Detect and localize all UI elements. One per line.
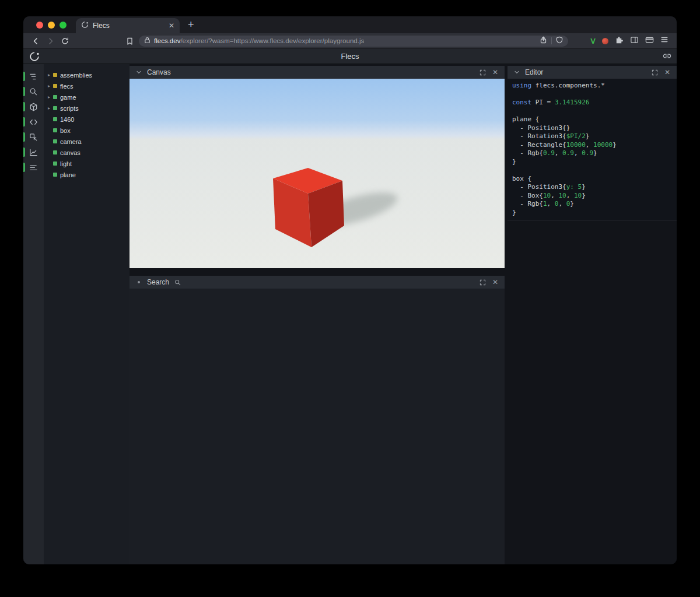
search-panel-header: Search ✕ xyxy=(130,276,505,289)
chart-icon xyxy=(29,148,38,157)
entity-tree-rail-button[interactable] xyxy=(23,69,44,84)
inspect-rail-button[interactable] xyxy=(23,129,44,145)
tree-item-game[interactable]: ▸game xyxy=(44,92,130,103)
url-bar-actions xyxy=(540,36,563,46)
expand-arrow-icon[interactable]: ▸ xyxy=(48,106,53,111)
app-header: Flecs xyxy=(23,49,677,64)
3d-viewport[interactable] xyxy=(130,79,505,268)
entity-tree-list: ▸assemblies▸flecs▸game▸scripts1460boxcam… xyxy=(44,64,130,564)
extensions-puzzle-icon[interactable] xyxy=(615,36,624,47)
expand-arrow-icon[interactable]: ▸ xyxy=(48,72,53,78)
inspect-icon xyxy=(29,133,38,142)
entity-tree-icon xyxy=(29,72,38,81)
entity-label: light xyxy=(60,160,72,167)
tree-item-box[interactable]: box xyxy=(44,125,130,136)
panel-title: Canvas xyxy=(147,68,171,76)
search-icon xyxy=(173,278,182,287)
close-icon[interactable]: ✕ xyxy=(491,278,500,287)
code-line: plane { xyxy=(512,115,672,124)
entity-color-square xyxy=(53,84,57,88)
code-line: - Box{10, 10, 10} xyxy=(512,192,672,201)
entity-color-square xyxy=(53,161,57,166)
entities-rail-button[interactable] xyxy=(23,99,44,114)
fullscreen-icon[interactable] xyxy=(650,68,659,77)
expand-arrow-icon[interactable]: ▸ xyxy=(48,83,53,89)
entity-label: 1460 xyxy=(60,116,74,123)
panel-title: Search xyxy=(147,278,169,286)
close-icon[interactable]: ✕ xyxy=(491,68,500,77)
active-indicator xyxy=(23,102,25,111)
code-line xyxy=(512,90,672,99)
entity-label: plane xyxy=(60,171,76,178)
tree-item-assemblies[interactable]: ▸assemblies xyxy=(44,69,130,80)
address-bar[interactable]: flecs.dev/explorer/?wasm=https://www.fle… xyxy=(139,36,568,47)
search-rail-button[interactable] xyxy=(23,84,44,99)
chevron-down-icon[interactable] xyxy=(134,68,144,77)
bookmark-icon[interactable] xyxy=(123,35,136,47)
url-text: flecs.dev/explorer/?wasm=https://www.fle… xyxy=(154,37,364,44)
tree-item-camera[interactable]: camera xyxy=(44,136,130,147)
code-rail-button[interactable] xyxy=(23,114,44,129)
lock-icon xyxy=(144,36,150,46)
v-extension-icon[interactable]: V xyxy=(590,37,596,45)
back-button[interactable] xyxy=(29,35,43,47)
active-indicator xyxy=(23,87,25,96)
share-link-icon[interactable] xyxy=(663,52,671,63)
wallet-icon[interactable] xyxy=(645,36,654,47)
extension-dot-icon[interactable] xyxy=(602,38,608,44)
active-indicator xyxy=(23,148,25,157)
sidebar-toggle-icon[interactable] xyxy=(630,36,639,47)
entity-color-square xyxy=(53,73,57,77)
entity-color-square xyxy=(53,150,57,154)
editor-panel-header: Editor ✕ xyxy=(508,66,677,79)
tree-item-plane[interactable]: plane xyxy=(44,169,130,180)
shield-icon[interactable] xyxy=(556,36,563,46)
tree-item-scripts[interactable]: ▸scripts xyxy=(44,103,130,114)
tree-item-canvas[interactable]: canvas xyxy=(44,147,130,158)
tab-title: Flecs xyxy=(93,22,164,30)
fullscreen-icon[interactable] xyxy=(478,278,487,287)
code-line xyxy=(512,166,672,175)
forward-button[interactable] xyxy=(44,35,57,47)
entity-label: flecs xyxy=(60,83,74,90)
entity-label: assemblies xyxy=(60,72,92,79)
3d-scene xyxy=(130,79,505,268)
code-line: } xyxy=(512,158,672,167)
reload-button[interactable] xyxy=(58,35,72,47)
active-indicator xyxy=(23,117,25,127)
tree-item-flecs[interactable]: ▸flecs xyxy=(44,80,130,92)
nav-bar: flecs.dev/explorer/?wasm=https://www.fle… xyxy=(23,33,677,49)
entity-label: game xyxy=(60,94,76,101)
tab-close-icon[interactable]: ✕ xyxy=(169,22,174,29)
code-line: - Rotation3{$PI/2} xyxy=(512,132,672,141)
tree-item-1460[interactable]: 1460 xyxy=(44,114,130,125)
close-icon[interactable]: ✕ xyxy=(663,68,672,77)
stats-rail-button[interactable] xyxy=(23,160,44,175)
share-icon[interactable] xyxy=(540,36,547,46)
entity-color-square xyxy=(53,173,57,177)
browser-window: Flecs ✕ + flecs.dev/explorer/?wasm=https… xyxy=(23,16,677,564)
chevron-down-icon[interactable] xyxy=(512,68,522,77)
icon-rail xyxy=(23,64,44,564)
fullscreen-icon[interactable] xyxy=(478,68,487,77)
tab-bar: Flecs ✕ + xyxy=(23,16,677,33)
chart-rail-button[interactable] xyxy=(23,145,44,160)
entities-icon xyxy=(29,103,38,111)
entity-label: box xyxy=(60,127,71,134)
collapsed-indicator-icon[interactable] xyxy=(134,278,144,287)
editor-code[interactable]: using flecs.components.* const PI = 3.14… xyxy=(508,79,677,220)
tab-favicon xyxy=(81,20,89,31)
tree-item-light[interactable]: light xyxy=(44,158,130,169)
expand-arrow-icon[interactable]: ▸ xyxy=(48,94,53,100)
browser-tab[interactable]: Flecs ✕ xyxy=(76,18,180,33)
active-indicator xyxy=(23,163,25,172)
close-window-button[interactable] xyxy=(36,22,43,29)
code-line: - Position3{y: 5} xyxy=(512,183,672,192)
menu-icon[interactable] xyxy=(660,36,668,46)
code-line: - Position3{} xyxy=(512,124,672,133)
entity-label: scripts xyxy=(60,105,79,112)
new-tab-button[interactable]: + xyxy=(188,19,194,31)
panel-title: Editor xyxy=(525,68,543,76)
maximize-window-button[interactable] xyxy=(60,22,66,29)
minimize-window-button[interactable] xyxy=(48,22,55,29)
